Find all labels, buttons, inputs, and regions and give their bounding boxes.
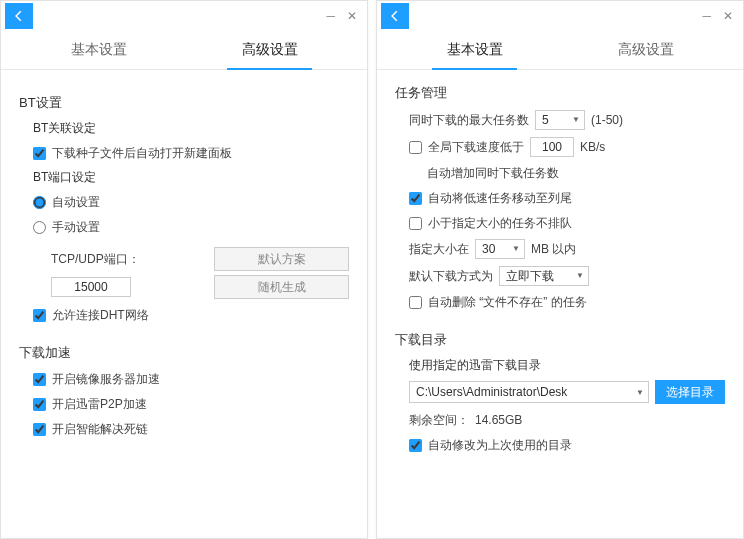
select-size[interactable]: 30 ▼ xyxy=(475,239,525,259)
checkbox-mirror[interactable] xyxy=(33,373,46,386)
select-max-tasks[interactable]: 5 ▼ xyxy=(535,110,585,130)
checkbox-no-queue-small[interactable] xyxy=(409,217,422,230)
label-mirror: 开启镜像服务器加速 xyxy=(52,370,160,388)
speed-input[interactable] xyxy=(530,137,574,157)
tab-basic[interactable]: 基本设置 xyxy=(13,31,184,69)
chevron-down-icon: ▼ xyxy=(576,267,584,285)
arrow-left-icon xyxy=(388,9,402,23)
label-auto-add-tasks: 自动增加同时下载任务数 xyxy=(427,164,559,182)
label-max-tasks-range: (1-50) xyxy=(591,111,623,129)
label-max-tasks: 同时下载的最大任务数 xyxy=(409,111,529,129)
checkbox-smart[interactable] xyxy=(33,423,46,436)
label-no-queue-small: 小于指定大小的任务不排队 xyxy=(428,214,572,232)
choose-dir-button[interactable]: 选择目录 xyxy=(655,380,725,404)
port-input[interactable] xyxy=(51,277,131,297)
label-allow-dht: 允许连接DHT网络 xyxy=(52,306,149,324)
checkbox-global-speed[interactable] xyxy=(409,141,422,154)
remain-value: 14.65GB xyxy=(475,411,522,429)
bt-assoc-heading: BT关联设定 xyxy=(33,120,349,137)
chevron-down-icon: ▼ xyxy=(572,111,580,129)
checkbox-allow-dht[interactable] xyxy=(33,309,46,322)
label-auto-delete: 自动删除 “文件不存在” 的任务 xyxy=(428,293,587,311)
window-left: ─ ✕ 基本设置 高级设置 BT设置 BT关联设定 下载种子文件后自动打开新建面… xyxy=(0,0,368,539)
close-icon[interactable]: ✕ xyxy=(347,9,357,23)
label-auto-modify-dir: 自动修改为上次使用的目录 xyxy=(428,436,572,454)
checkbox-move-slow[interactable] xyxy=(409,192,422,205)
checkbox-auto-delete[interactable] xyxy=(409,296,422,309)
select-max-tasks-value: 5 xyxy=(542,111,549,129)
download-dir-value: C:\Users\Administrator\Desk xyxy=(416,385,630,399)
label-size-suffix: MB 以内 xyxy=(531,240,576,258)
label-open-seed: 下载种子文件后自动打开新建面板 xyxy=(52,144,232,162)
tab-advanced[interactable]: 高级设置 xyxy=(184,31,355,69)
select-default-mode[interactable]: 立即下载 ▼ xyxy=(499,266,589,286)
chevron-down-icon: ▼ xyxy=(636,388,644,397)
select-default-mode-value: 立即下载 xyxy=(506,267,554,285)
back-button[interactable] xyxy=(5,3,33,29)
dir-use-heading: 使用指定的迅雷下载目录 xyxy=(409,357,725,374)
default-scheme-button[interactable]: 默认方案 xyxy=(214,247,349,271)
bt-settings-heading: BT设置 xyxy=(19,94,349,112)
radio-auto-port[interactable] xyxy=(33,196,46,209)
label-move-slow: 自动将低速任务移动至列尾 xyxy=(428,189,572,207)
close-icon[interactable]: ✕ xyxy=(723,9,733,23)
minimize-icon[interactable]: ─ xyxy=(326,9,335,23)
checkbox-auto-modify-dir[interactable] xyxy=(409,439,422,452)
accel-heading: 下载加速 xyxy=(19,344,349,362)
bt-port-heading: BT端口设定 xyxy=(33,169,349,186)
label-p2p: 开启迅雷P2P加速 xyxy=(52,395,147,413)
label-global-speed: 全局下载速度低于 xyxy=(428,138,524,156)
remain-label: 剩余空间： xyxy=(409,411,469,429)
radio-manual-port[interactable] xyxy=(33,221,46,234)
label-manual-port: 手动设置 xyxy=(52,218,100,236)
random-port-button[interactable]: 随机生成 xyxy=(214,275,349,299)
tab-advanced[interactable]: 高级设置 xyxy=(560,31,731,69)
label-smart: 开启智能解决死链 xyxy=(52,420,148,438)
minimize-icon[interactable]: ─ xyxy=(702,9,711,23)
chevron-down-icon: ▼ xyxy=(512,240,520,258)
label-default-mode: 默认下载方式为 xyxy=(409,267,493,285)
tab-basic[interactable]: 基本设置 xyxy=(389,31,560,69)
task-mgmt-heading: 任务管理 xyxy=(395,84,725,102)
select-size-value: 30 xyxy=(482,240,495,258)
window-right: ─ ✕ 基本设置 高级设置 任务管理 同时下载的最大任务数 5 ▼ (1-50) xyxy=(376,0,744,539)
label-size-prefix: 指定大小在 xyxy=(409,240,469,258)
download-dir-heading: 下载目录 xyxy=(395,331,725,349)
checkbox-p2p[interactable] xyxy=(33,398,46,411)
port-label: TCP/UDP端口： xyxy=(51,251,204,268)
checkbox-open-seed[interactable] xyxy=(33,147,46,160)
back-button[interactable] xyxy=(381,3,409,29)
arrow-left-icon xyxy=(12,9,26,23)
label-kbps: KB/s xyxy=(580,138,605,156)
label-auto-port: 自动设置 xyxy=(52,193,100,211)
download-dir-select[interactable]: C:\Users\Administrator\Desk ▼ xyxy=(409,381,649,403)
